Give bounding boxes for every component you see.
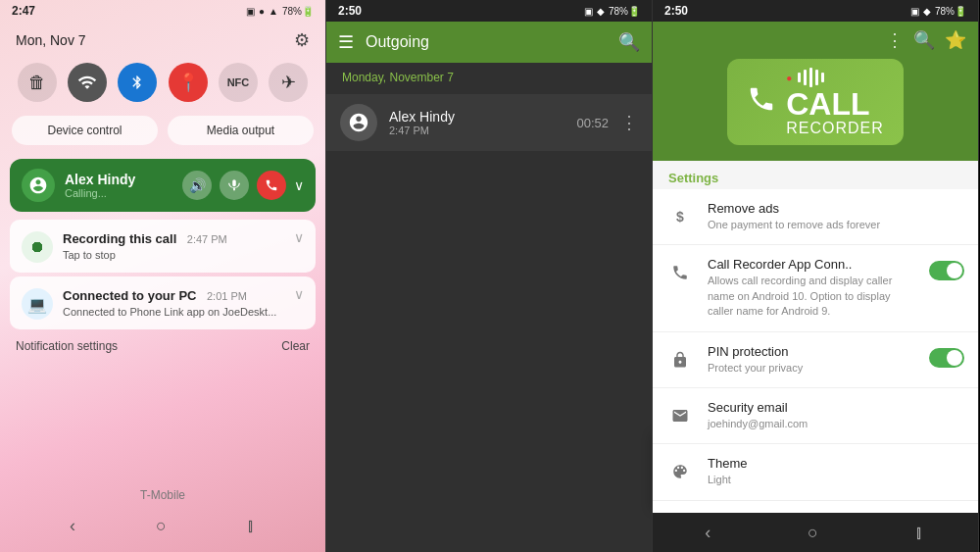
panel-settings: 2:50 ▣ ◆ 78%🔋 ⋮ 🔍 ⭐ ● [653,0,979,552]
home-button-3[interactable]: ○ [808,523,818,543]
nav-bar-3: ‹ ○ ⫿ [653,513,978,552]
back-button-3[interactable]: ‹ [705,523,710,543]
pc-subtitle: Connected to Phone Link app on JoeDeskt.… [63,306,284,318]
svg-rect-50 [815,70,818,85]
search-icon-3[interactable]: 🔍 [913,29,935,51]
menu-icon-2[interactable]: ☰ [338,31,354,53]
pc-title-text: Connected to your PC [63,288,197,303]
recording-title-text: Recording this call [63,231,176,246]
trash-icon-btn[interactable]: 🗑 [18,63,57,102]
call-item-avatar [340,104,377,141]
status-bar-1: 2:47 ▣ ● ▲ 78%🔋 [0,0,325,22]
recording-notif-title: Recording this call 2:47 PM [63,229,284,247]
wifi-icon-btn[interactable] [68,63,107,102]
call-expand-icon[interactable]: ∨ [294,177,304,193]
setting-remove-ads[interactable]: $ Remove ads One payment to remove ads f… [653,189,978,245]
toolbar-title-2: Outgoing [366,33,607,51]
recording-dot: ● [786,73,792,83]
call-status: Calling... [65,187,172,199]
svg-rect-47 [798,73,801,82]
call-list-item[interactable]: Alex Hindy 2:47 PM 00:52 ⋮ [326,94,652,151]
pc-icon: 💻 [22,288,53,320]
nav-bar-1: ‹ ○ ⫿ [0,510,325,542]
home-button-1[interactable]: ○ [156,516,167,536]
more-icon-3[interactable]: ⋮ [886,29,904,51]
pin-title: PIN protection [708,344,915,359]
bluetooth-icon-btn[interactable] [118,63,157,102]
settings-list: $ Remove ads One payment to remove ads f… [653,189,978,552]
status-time-2: 2:50 [338,4,362,18]
recording-subtitle: Tap to stop [63,249,284,261]
end-call-button[interactable] [257,171,286,200]
pin-toggle[interactable] [929,348,964,368]
sound-waves-icon [796,67,864,88]
settings-section-label: Settings [653,161,978,189]
svg-rect-49 [809,68,812,87]
pc-notif-content: Connected to your PC 2:01 PM Connected t… [63,286,284,318]
gear-icon[interactable]: ⚙ [294,29,310,51]
pin-content: PIN protection Protect your privacy [708,344,915,376]
setting-call-recorder-conn[interactable]: Call Recorder App Conn.. Allows call rec… [653,245,978,331]
search-icon-2[interactable]: 🔍 [618,31,640,53]
status-icons-3: ▣ ◆ 78%🔋 [910,6,966,17]
pc-notification[interactable]: 💻 Connected to your PC 2:01 PM Connected… [10,276,316,329]
status-time-1: 2:47 [12,4,35,18]
lock-icon [666,346,694,374]
volume-button[interactable]: 🔊 [182,171,212,200]
logo-text: ● CALL RECORDER [786,67,884,137]
theme-sub: Light [708,473,964,487]
back-button-1[interactable]: ‹ [70,516,75,536]
wifi-icon-3: ◆ [923,6,931,17]
svg-rect-48 [804,70,807,85]
active-call-card[interactable]: Alex Hindy Calling... 🔊 ∨ [10,159,316,212]
notification-footer: Notification settings Clear [0,333,325,359]
logo-recorder-text: RECORDER [786,120,884,137]
call-avatar [22,169,55,202]
media-output-btn[interactable]: Media output [168,116,314,145]
signal-icon-2: ▣ [584,6,593,17]
call-name: Alex Hindy [65,172,172,187]
theme-content: Theme Light [708,456,964,487]
recents-button-3[interactable]: ⫿ [915,523,924,543]
notification-settings-link[interactable]: Notification settings [16,339,118,353]
setting-theme[interactable]: Theme Light [653,444,978,500]
logo-container: ● CALL RECORDER [727,59,904,145]
recording-notification[interactable]: ⏺ Recording this call 2:47 PM Tap to sto… [10,220,316,273]
signal-icon: ▣ [246,6,255,17]
status-bar-2: 2:50 ▣ ◆ 78%🔋 [326,0,652,22]
location-icon-btn[interactable]: 📍 [169,63,208,102]
remove-ads-sub: One payment to remove ads forever [708,218,964,232]
recording-time: 2:47 PM [187,233,227,245]
pc-notif-expand[interactable]: ∨ [294,286,304,302]
call-item-time: 2:47 PM [389,125,564,136]
email-sub: joehindy@gmail.com [708,417,964,431]
nfc-icon-btn[interactable]: NFC [219,63,258,102]
theme-title: Theme [708,456,964,471]
bluetooth-icon: ▲ [269,6,278,17]
recording-notif-content: Recording this call 2:47 PM Tap to stop [63,229,284,261]
recents-button-1[interactable]: ⫿ [247,516,256,536]
recording-notif-expand[interactable]: ∨ [294,229,304,245]
panel-notifications: 2:47 ▣ ● ▲ 78%🔋 Mon, Nov 7 ⚙ 🗑 📍 NFC ✈ D… [0,0,326,552]
status-time-3: 2:50 [664,4,688,18]
record-icon: ⏺ [22,231,53,263]
signal-icon-3: ▣ [910,6,919,17]
wallpaper-bottom: T-Mobile ‹ ○ ⫿ [0,434,325,552]
setting-pin[interactable]: PIN protection Protect your privacy [653,332,978,388]
airplane-icon-btn[interactable]: ✈ [269,63,308,102]
clear-notifications-btn[interactable]: Clear [281,339,310,353]
star-icon-3[interactable]: ⭐ [945,29,966,51]
status-icons-1: ▣ ● ▲ 78%🔋 [246,6,314,17]
mute-button[interactable] [220,171,249,200]
wifi-icon: ● [259,6,265,17]
setting-email[interactable]: Security email joehindy@gmail.com [653,388,978,444]
remove-ads-content: Remove ads One payment to remove ads for… [708,201,964,232]
call-item-duration: 00:52 [576,116,609,130]
device-control-btn[interactable]: Device control [12,116,158,145]
call-item-more-icon[interactable]: ⋮ [620,112,638,133]
wifi-icon-2: ◆ [597,6,605,17]
battery-icon-3: 78%🔋 [935,6,966,17]
conn-toggle[interactable] [929,261,964,280]
email-content: Security email joehindy@gmail.com [708,400,964,431]
status-bar-3: 2:50 ▣ ◆ 78%🔋 [653,0,978,22]
